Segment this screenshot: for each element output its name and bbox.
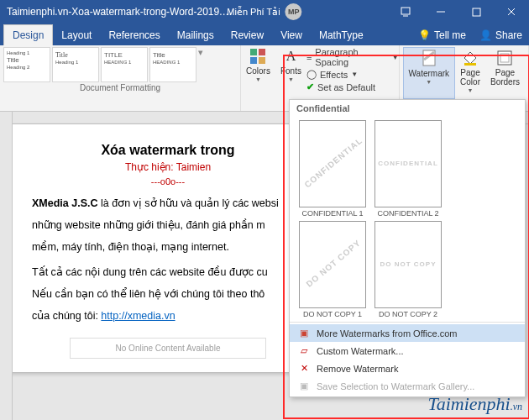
svg-rect-4 (250, 57, 257, 64)
tab-view[interactable]: View (272, 25, 311, 45)
tab-layout[interactable]: Layout (53, 25, 100, 45)
no-online-content: No Online Content Available (70, 338, 266, 359)
fonts-icon: A (281, 47, 300, 66)
minimize-icon[interactable] (423, 0, 458, 24)
style-thumb[interactable]: Heading 1TitleHeading 2 (3, 47, 50, 82)
style-thumb[interactable]: TITLEHEADING 1 (101, 47, 148, 82)
maximize-icon[interactable] (458, 0, 494, 24)
document-page[interactable]: Xóa watermark trong Thực hiện: Taimien -… (13, 123, 328, 373)
document-title: Taimienphi.vn-Xoa-watermark-trong-Word-2… (7, 6, 233, 18)
set-default[interactable]: ✔Set as Default (306, 81, 399, 92)
vertical-ruler (0, 112, 13, 420)
style-thumb[interactable]: TitleHEADING 1 (149, 47, 196, 82)
watermark-preset[interactable]: DO NOT COPY DO NOT COPY 2 (372, 221, 444, 318)
spacing-icon: ≡ (306, 52, 312, 62)
colors-button[interactable]: Colors▼ (241, 45, 275, 97)
svg-rect-3 (259, 49, 265, 55)
account-label: Miễn Phí Tải (227, 7, 280, 18)
svg-rect-7 (464, 63, 476, 66)
style-thumb[interactable]: TitleHeading 1 (52, 47, 99, 82)
title-bar: Taimienphi.vn-Xoa-watermark-trong-Word-2… (0, 0, 529, 24)
check-icon: ✔ (306, 81, 314, 92)
watermark-preset[interactable]: DO NOT COPY DO NOT COPY 1 (296, 221, 369, 318)
save-to-gallery: ▣Save Selection to Watermark Gallery... (290, 377, 525, 395)
watermark-button[interactable]: Watermark▼ (403, 47, 456, 99)
paragraph: mềm, máy tính, điện thoại, mạng internet… (32, 239, 304, 255)
svg-rect-0 (401, 8, 410, 14)
share-button[interactable]: 👤Share (473, 25, 529, 45)
link[interactable]: http://xmedia.vn (101, 310, 175, 322)
effects-icon: ◯ (306, 69, 317, 80)
tab-design[interactable]: Design (3, 24, 53, 45)
tell-me[interactable]: 💡Tell me (411, 25, 473, 45)
svg-rect-5 (259, 57, 265, 64)
gallery-more-icon[interactable]: ▾ (198, 47, 207, 58)
office-icon: ▣ (298, 328, 310, 339)
close-icon[interactable] (494, 0, 529, 24)
more-watermarks[interactable]: ▣More Watermarks from Office.com (290, 324, 525, 342)
page-color-button[interactable]: Page Color▼ (455, 47, 485, 99)
group-label: Document Formatting (3, 82, 237, 94)
save-icon: ▣ (298, 381, 310, 391)
watermark-preset[interactable]: CONFIDENTIAL CONFIDENTIAL 1 (296, 120, 369, 218)
effects[interactable]: ◯Effects ▼ (306, 69, 399, 80)
page-separator: ---o0o--- (32, 176, 304, 186)
fonts-button[interactable]: A Fonts▼ (275, 45, 306, 97)
tab-references[interactable]: References (100, 25, 168, 45)
remove-icon: ✕ (298, 363, 310, 374)
watermark-preset[interactable]: CONFIDENTIAL CONFIDENTIAL 2 (372, 120, 444, 218)
paragraph: Nếu cần bạn có thể liên hệ với chúng tôi… (32, 286, 304, 302)
watermark-logo: Taimienphi.vn (427, 393, 522, 415)
tab-review[interactable]: Review (223, 25, 272, 45)
tab-mathtype[interactable]: MathType (311, 25, 372, 45)
page-borders-button[interactable]: Page Borders (485, 47, 525, 99)
share-icon: 👤 (479, 29, 492, 41)
svg-rect-8 (498, 51, 511, 65)
paragraph: những website những giới thiệu, đánh giá… (32, 217, 304, 234)
svg-rect-2 (250, 49, 257, 55)
remove-watermark[interactable]: ✕Remove Watermark (290, 360, 525, 377)
custom-icon: ▱ (298, 345, 310, 356)
bucket-icon (461, 49, 479, 67)
colors-icon (249, 47, 267, 66)
paragraph-spacing[interactable]: ≡Paragraph Spacing ▼ (306, 47, 399, 67)
svg-rect-1 (473, 8, 480, 16)
lightbulb-icon: 💡 (418, 29, 431, 41)
paragraph: Tất cả các nội dung trên các website đều… (32, 264, 304, 281)
ribbon-tabs: Design Layout References Mailings Review… (0, 24, 529, 45)
tab-mailings[interactable]: Mailings (169, 25, 223, 45)
paragraph: của chúng tôi: http://xmedia.vn (32, 307, 304, 324)
style-gallery[interactable]: Heading 1TitleHeading 2 TitleHeading 1 T… (3, 47, 237, 82)
paragraph: XMedia J.S.C là đơn vị sở hữu và quản lý… (32, 195, 304, 212)
avatar[interactable]: MP (285, 3, 302, 20)
page-subtitle: Thực hiện: Taimien (32, 161, 304, 173)
watermark-dropdown: Confidential CONFIDENTIAL CONFIDENTIAL 1… (289, 99, 526, 397)
custom-watermark[interactable]: ▱Custom Watermark... (290, 342, 525, 360)
dropdown-header: Confidential (290, 100, 525, 117)
ribbon-options-icon[interactable] (388, 0, 423, 24)
borders-icon (495, 49, 514, 67)
watermark-icon (420, 50, 438, 68)
page-title: Xóa watermark trong (32, 143, 304, 158)
